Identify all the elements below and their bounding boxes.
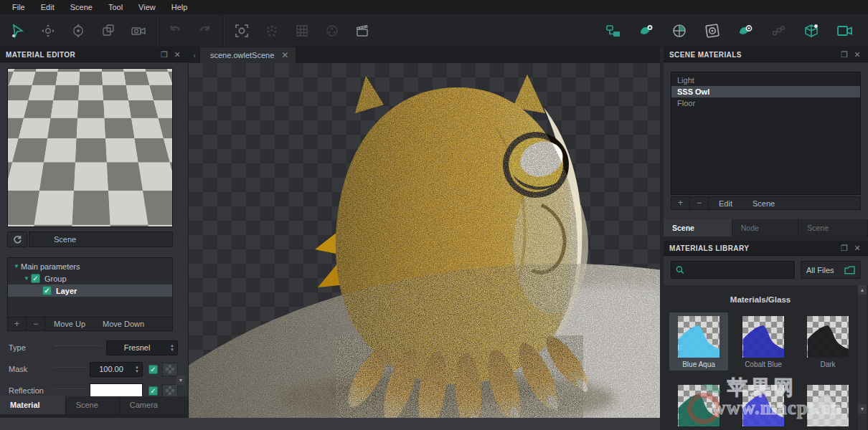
menu-scene[interactable]: Scene [62,0,100,14]
material-lab-button[interactable] [630,17,663,44]
thumbnail-partial[interactable] [734,381,793,429]
tree-row-group[interactable]: ▼ ✓ Group [8,272,172,285]
dropdown-arrows-icon[interactable]: ▲▼ [167,343,177,352]
material-preview[interactable]: ▲ [7,68,173,227]
tab-scene-properties[interactable]: Scene Properties [798,219,868,236]
menu-edit[interactable]: Edit [33,0,62,14]
object-cube-button[interactable] [795,17,828,44]
viewport[interactable]: ‹ scene.owletScene ✕ [189,47,660,418]
thumbnail-cobalt-blue[interactable]: Cobalt Blue [734,312,793,371]
mask-texture-button[interactable] [162,363,178,376]
type-dropdown[interactable]: Fresnel ▲▼ [106,340,178,355]
library-category: Materials/Glass [664,295,857,304]
library-search-input[interactable] [689,266,790,274]
tree-label: Main parameters [21,262,80,271]
menu-view[interactable]: View [131,0,164,14]
grid-button[interactable] [287,17,317,44]
expand-triangle-icon[interactable]: ▼ [12,263,21,269]
library-scrollbar[interactable]: ▲ ▼ [858,285,867,430]
rendered-owl-image [189,63,660,418]
thumbnail-blue-aqua[interactable]: Blue Aqua [669,312,728,371]
layer-checkbox[interactable]: ✓ [42,286,52,295]
material-list-item[interactable]: Light [671,75,860,86]
remove-layer-button[interactable]: − [27,318,45,330]
render-region-icon [234,23,250,39]
menu-tool[interactable]: Tool [100,0,131,14]
file-filter-dropdown[interactable]: All Files [801,261,861,279]
tab-close-icon[interactable]: ✕ [281,50,288,60]
tab-material-editor[interactable]: Material Editor [0,396,66,414]
scene-button[interactable]: Scene [742,199,785,208]
focus-target-button[interactable] [663,17,696,44]
thumbnail-partial[interactable] [798,381,857,429]
scene-tree-view-button[interactable] [597,17,630,44]
viewport-tab[interactable]: scene.owletScene ✕ [200,47,296,63]
maximize-icon[interactable]: ❐ [159,50,169,59]
rotate-tool-button[interactable] [63,17,93,44]
tab-scene-materials[interactable]: Scene Materials [664,219,732,236]
vertex-cluster-button[interactable] [257,17,287,44]
redo-button[interactable] [190,17,220,44]
move-down-button[interactable]: Move Down [94,320,153,328]
tree-row-main-parameters[interactable]: ▼ Main parameters [8,260,172,272]
material-list-item[interactable]: Floor [671,97,860,109]
mask-spinner[interactable]: 100.00 ▲▼ [90,362,143,377]
tab-scroll-left-icon[interactable]: ‹ [189,51,200,59]
sphere-group-icon [324,23,340,39]
render-frame-button[interactable] [696,17,729,44]
undo-icon [167,23,183,39]
close-icon[interactable]: ✕ [852,50,862,59]
maximize-icon[interactable]: ❐ [839,50,849,59]
close-icon[interactable]: ✕ [852,244,862,253]
tab-scene-tree[interactable]: Scene Tree [66,396,120,414]
material-preview-button[interactable] [729,17,762,44]
move-tool-button[interactable] [33,17,63,44]
tree-row-layer[interactable]: ✓ Layer [8,285,172,297]
edit-material-button[interactable]: Edit [709,199,742,208]
reflection-texture-button[interactable] [162,384,178,398]
scene-materials-list: Light SSS Owl Floor [671,72,861,195]
tab-node-properties[interactable]: Node Properties [732,219,799,236]
scroll-down-icon[interactable]: ▼ [858,404,867,414]
animation-clapper-button[interactable] [347,17,377,44]
material-list-item-selected[interactable]: SSS Owl [671,86,860,97]
thumbnail-partial[interactable] [669,381,728,429]
move-up-button[interactable]: Move Up [45,320,94,328]
status-bar [0,418,660,430]
thumbnail-dark[interactable]: Dark [798,312,857,371]
add-layer-button[interactable]: + [8,318,27,330]
preview-refresh-button[interactable] [7,231,27,247]
preview-scroll-up[interactable]: ▲ [164,87,171,95]
main-toolbar [0,14,868,47]
folder-icon [844,266,855,274]
mask-checkbox[interactable]: ✓ [148,365,158,374]
render-frame-icon [704,22,721,39]
expand-triangle-icon[interactable]: ▼ [22,275,31,282]
library-content: Materials/Glass Blue Aqua Cobalt Blue Da… [664,285,868,430]
close-icon[interactable]: ✕ [172,50,182,59]
spinner-arrows-icon[interactable]: ▲▼ [132,365,142,373]
node-network-icon [770,23,787,39]
sphere-group-button[interactable] [317,17,347,44]
preview-scene-button[interactable]: Scene [29,231,173,247]
camera-tool-button[interactable] [123,17,154,44]
add-material-button[interactable]: + [671,197,690,209]
scroll-up-icon[interactable]: ▲ [858,285,867,295]
menu-file[interactable]: File [4,0,33,14]
library-search-box[interactable] [671,261,795,279]
undo-button[interactable] [160,17,190,44]
menu-help[interactable]: Help [164,0,196,14]
remove-material-button[interactable]: − [690,197,709,209]
select-tool-button[interactable] [3,17,33,44]
group-checkbox[interactable]: ✓ [31,274,40,283]
thumbnail-label: Blue Aqua [669,360,728,368]
reflection-checkbox[interactable]: ✓ [148,386,158,396]
props-scroll-down[interactable]: ▼ [176,376,185,385]
duplicate-tool-button[interactable] [93,17,123,44]
display-view-button[interactable] [828,17,861,44]
render-region-button[interactable] [227,17,257,44]
node-network-button[interactable] [762,17,795,44]
tab-camera-settings[interactable]: Camera Settings [120,396,189,414]
texture-checker-icon [166,365,174,373]
maximize-icon[interactable]: ❐ [839,244,849,253]
